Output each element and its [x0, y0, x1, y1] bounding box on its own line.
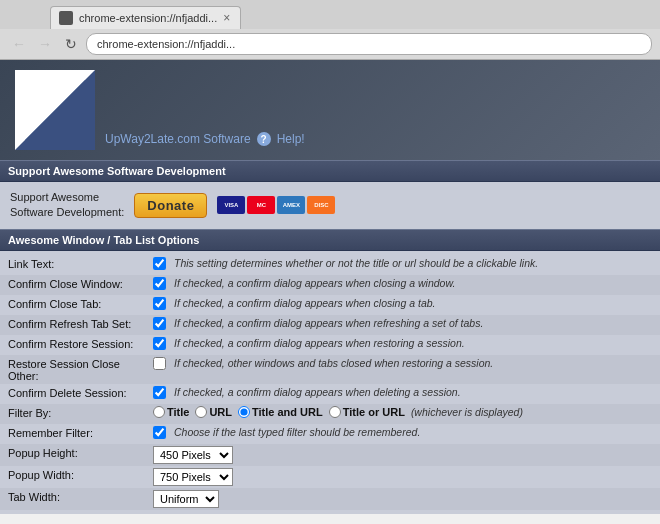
restore-close-value: If checked, other windows and tabs close…	[153, 357, 652, 370]
restore-close-label: Restore Session Close Other:	[8, 357, 153, 382]
refresh-button[interactable]: ↻	[60, 33, 82, 55]
table-row: Confirm Restore Session: If checked, a c…	[0, 335, 660, 355]
filter-title-option[interactable]: Title	[153, 406, 189, 418]
mastercard-icon: MC	[247, 196, 275, 214]
donate-label: Support Awesome Software Development:	[10, 190, 124, 221]
filter-by-label: Filter By:	[8, 406, 153, 419]
tab-label: chrome-extension://nfjaddi...	[79, 12, 217, 24]
filter-note: (whichever is displayed)	[411, 406, 523, 418]
popup-height-value: 350 Pixels 400 Pixels 450 Pixels 500 Pix…	[153, 446, 652, 464]
tab-width-row: Tab Width: Uniform Variable	[0, 488, 660, 510]
page-content: UpWay2Late.com Software ? Help! Support …	[0, 60, 660, 514]
popup-height-select[interactable]: 350 Pixels 400 Pixels 450 Pixels 500 Pix…	[153, 446, 233, 464]
filter-title-radio[interactable]	[153, 406, 165, 418]
remember-filter-checkbox[interactable]	[153, 426, 166, 439]
amex-icon: AMEX	[277, 196, 305, 214]
logo-shape-outer	[15, 70, 95, 150]
popup-width-row: Popup Width: 600 Pixels 650 Pixels 700 P…	[0, 466, 660, 488]
confirm-close-window-desc: If checked, a confirm dialog appears whe…	[174, 277, 455, 289]
help-link[interactable]: Help!	[277, 132, 305, 146]
active-tab[interactable]: chrome-extension://nfjaddi... ×	[50, 6, 241, 29]
filter-url-label: URL	[209, 406, 232, 418]
back-button[interactable]: ←	[8, 33, 30, 55]
donate-button[interactable]: Donate	[134, 193, 207, 218]
tab-width-select[interactable]: Uniform Variable	[153, 490, 219, 508]
filter-titleorurl-radio[interactable]	[329, 406, 341, 418]
popup-height-row: Popup Height: 350 Pixels 400 Pixels 450 …	[0, 444, 660, 466]
nav-bar: ← → ↻	[0, 29, 660, 59]
help-icon: ?	[257, 132, 271, 146]
filter-titleandurl-label: Title and URL	[252, 406, 323, 418]
confirm-close-window-checkbox[interactable]	[153, 277, 166, 290]
filter-titleandurl-option[interactable]: Title and URL	[238, 406, 323, 418]
confirm-restore-desc: If checked, a confirm dialog appears whe…	[174, 337, 465, 349]
filter-url-option[interactable]: URL	[195, 406, 232, 418]
filter-titleorurl-option[interactable]: Title or URL	[329, 406, 405, 418]
filter-title-label: Title	[167, 406, 189, 418]
restore-close-desc: If checked, other windows and tabs close…	[174, 357, 493, 369]
filter-url-radio[interactable]	[195, 406, 207, 418]
link-text-desc: This setting determines whether or not t…	[174, 257, 538, 269]
remember-filter-row: Remember Filter: Choose if the last type…	[0, 424, 660, 444]
remember-filter-value: Choose if the last typed filter should b…	[153, 426, 652, 439]
tab-bar: chrome-extension://nfjaddi... ×	[0, 0, 660, 29]
filter-titleandurl-radio[interactable]	[238, 406, 250, 418]
donate-label-line1: Support Awesome	[10, 191, 99, 203]
donate-section-header: Support Awesome Software Development	[0, 160, 660, 182]
popup-width-select[interactable]: 600 Pixels 650 Pixels 700 Pixels 750 Pix…	[153, 468, 233, 486]
confirm-close-tab-value: If checked, a confirm dialog appears whe…	[153, 297, 652, 310]
confirm-restore-checkbox[interactable]	[153, 337, 166, 350]
confirm-delete-checkbox[interactable]	[153, 386, 166, 399]
link-text-checkbox[interactable]	[153, 257, 166, 270]
table-row: Confirm Close Tab: If checked, a confirm…	[0, 295, 660, 315]
tab-width-value: Uniform Variable	[153, 490, 652, 508]
options-table: Link Text: This setting determines wheth…	[0, 251, 660, 514]
link-text-value: This setting determines whether or not t…	[153, 257, 652, 270]
header-links: UpWay2Late.com Software ? Help!	[105, 132, 305, 150]
popup-width-value: 600 Pixels 650 Pixels 700 Pixels 750 Pix…	[153, 468, 652, 486]
forward-button[interactable]: →	[34, 33, 56, 55]
discover-icon: DISC	[307, 196, 335, 214]
table-row: Confirm Close Window: If checked, a conf…	[0, 275, 660, 295]
confirm-close-tab-label: Confirm Close Tab:	[8, 297, 153, 310]
confirm-refresh-label: Confirm Refresh Tab Set:	[8, 317, 153, 330]
confirm-close-window-label: Confirm Close Window:	[8, 277, 153, 290]
popup-height-label: Popup Height:	[8, 446, 153, 459]
link-text-label: Link Text:	[8, 257, 153, 270]
confirm-refresh-checkbox[interactable]	[153, 317, 166, 330]
logo-box	[15, 70, 95, 150]
confirm-delete-label: Confirm Delete Session:	[8, 386, 153, 399]
table-row: Link Text: This setting determines wheth…	[0, 255, 660, 275]
header-banner: UpWay2Late.com Software ? Help!	[0, 60, 660, 160]
table-row: Confirm Delete Session: If checked, a co…	[0, 384, 660, 404]
donate-row: Support Awesome Software Development: Do…	[10, 190, 650, 221]
confirm-close-tab-checkbox[interactable]	[153, 297, 166, 310]
confirm-close-tab-desc: If checked, a confirm dialog appears whe…	[174, 297, 436, 309]
restore-close-checkbox[interactable]	[153, 357, 166, 370]
filter-row: Filter By: Title URL Title and URL Title…	[0, 404, 660, 424]
site-link[interactable]: UpWay2Late.com Software	[105, 132, 251, 146]
confirm-restore-value: If checked, a confirm dialog appears whe…	[153, 337, 652, 350]
remember-filter-desc: Choose if the last typed filter should b…	[174, 426, 420, 438]
tab-close-btn[interactable]: ×	[223, 11, 230, 25]
tab-favicon	[59, 11, 73, 25]
popup-width-label: Popup Width:	[8, 468, 153, 481]
confirm-delete-desc: If checked, a confirm dialog appears whe…	[174, 386, 461, 398]
table-row: Confirm Refresh Tab Set: If checked, a c…	[0, 315, 660, 335]
filter-by-value: Title URL Title and URL Title or URL (wh…	[153, 406, 652, 418]
confirm-refresh-value: If checked, a confirm dialog appears whe…	[153, 317, 652, 330]
tab-width-label: Tab Width:	[8, 490, 153, 503]
browser-chrome: chrome-extension://nfjaddi... × ← → ↻	[0, 0, 660, 60]
payment-icons: VISA MC AMEX DISC	[217, 196, 335, 214]
table-row: Restore Session Close Other: If checked,…	[0, 355, 660, 384]
confirm-close-window-value: If checked, a confirm dialog appears whe…	[153, 277, 652, 290]
visa-icon: VISA	[217, 196, 245, 214]
donate-panel: Support Awesome Software Development: Do…	[0, 182, 660, 229]
filter-titleorurl-label: Title or URL	[343, 406, 405, 418]
address-bar[interactable]	[86, 33, 652, 55]
options-section-header: Awesome Window / Tab List Options	[0, 229, 660, 251]
confirm-refresh-desc: If checked, a confirm dialog appears whe…	[174, 317, 483, 329]
confirm-delete-value: If checked, a confirm dialog appears whe…	[153, 386, 652, 399]
confirm-restore-label: Confirm Restore Session:	[8, 337, 153, 350]
donate-label-line2: Software Development:	[10, 206, 124, 218]
